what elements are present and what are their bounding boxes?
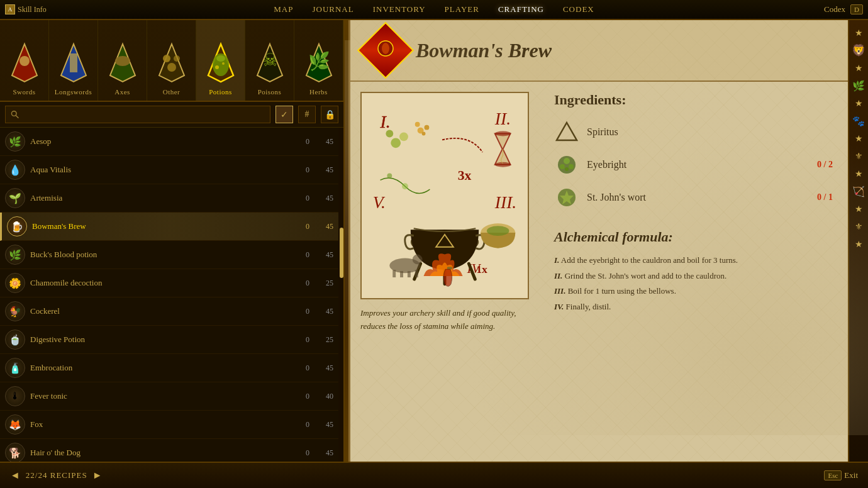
longswords-icon	[53, 38, 94, 88]
formula-step-3: III. Boil for 1 turn using the bellows.	[554, 284, 833, 299]
bowmansbrew-icon: 🍺	[7, 216, 27, 236]
tab-axes[interactable]: Axes	[98, 20, 147, 101]
digestive-icon: 🍵	[5, 330, 25, 350]
edge-icon-2: 🌿	[851, 78, 866, 93]
tab-other[interactable]: Other	[147, 20, 196, 101]
svg-point-59	[560, 164, 565, 169]
recipe-row-aesop[interactable]: 🌿 Aesop 0 45	[0, 128, 338, 156]
recipe-row-chamomile[interactable]: 🌼 Chamomile decoction 0 25	[0, 269, 338, 297]
next-arrow[interactable]: ►	[92, 470, 103, 481]
tab-poisons[interactable]: ☠ Poisons	[245, 20, 294, 101]
recipe-row-cockerel[interactable]: 🐓 Cockerel 0 45	[0, 297, 338, 326]
cockerel-icon: 🐓	[5, 301, 25, 321]
recipe-row-bucksblood[interactable]: 🌿 Buck's Blood potion 0 45	[0, 241, 338, 269]
illustration-panel: I. II. V. III. IV. 3x 1x	[350, 82, 539, 462]
svg-point-22	[382, 43, 389, 54]
filter-check-btn[interactable]: ✓	[275, 106, 293, 123]
step1-text: Add the eyebright to the cauldron and bo…	[561, 255, 738, 265]
svg-rect-49	[392, 270, 396, 277]
recipes-count-label: 22/24 RECIPES	[26, 470, 87, 480]
recipe-title: Bowman's Brew	[416, 39, 552, 62]
stjohnswort-name: St. John's wort	[587, 192, 810, 203]
nav-player[interactable]: PLAYER	[445, 4, 479, 14]
recipe-row-hairdog[interactable]: 🐕 Hair o' the Dog 0 45	[0, 439, 338, 462]
svg-point-44	[495, 162, 511, 167]
formula-section: Alchemical formula: I. Add the eyebright…	[554, 229, 833, 315]
recipe-row-artemisia[interactable]: 🌱 Artemisia 0 45	[0, 184, 338, 213]
filter-row: ✓ # 🔒	[0, 102, 343, 128]
svg-point-12	[216, 55, 225, 62]
edge-star-4: ★	[851, 131, 866, 146]
stjohnswort-icon	[554, 185, 579, 210]
nav-journal[interactable]: JOURNAL	[312, 4, 353, 14]
recipe-row-digestive[interactable]: 🍵 Digestive Potion 0 25	[0, 326, 338, 354]
svg-point-55	[402, 183, 408, 189]
step4-text: Finally, distil.	[566, 302, 611, 311]
swords-label: Swords	[13, 88, 35, 96]
ingredient-stjohnswort: St. John's wort 0 / 1	[554, 181, 833, 214]
formula-title: Alchemical formula:	[554, 229, 833, 245]
step2-num: II.	[554, 271, 562, 280]
svg-point-8	[174, 55, 180, 62]
svg-line-20	[16, 115, 18, 118]
search-input[interactable]	[21, 110, 265, 119]
prev-arrow[interactable]: ◄	[10, 470, 21, 481]
svg-point-5	[115, 56, 130, 66]
recipe-row-embrocation[interactable]: 🧴 Embrocation 0 45	[0, 354, 338, 382]
recipe-row-bowmansbrew[interactable]: 🍺 Bowman's Brew 0 45	[0, 213, 338, 241]
poisons-label: Poisons	[258, 88, 282, 96]
skill-info-label: Skill Info	[18, 5, 47, 14]
formula-step-1: I. Add the eyebright to the cauldron and…	[554, 253, 833, 269]
esc-key-badge: Esc	[824, 470, 842, 480]
search-box	[5, 106, 270, 123]
filter-lock-btn[interactable]: 🔒	[321, 106, 338, 123]
eyebright-icon	[554, 152, 579, 177]
right-edge-panel: ★ 🦁 ★ 🌿 ★ 🐾 ★ ⚜ ★ 🏹 ★ ⚜ ★	[848, 20, 868, 462]
detail-header: Bowman's Brew	[350, 20, 848, 82]
tab-potions[interactable]: Potions	[196, 20, 245, 101]
exit-button[interactable]: Esc Exit	[824, 470, 858, 480]
svg-text:I.: I.	[380, 112, 391, 131]
artemisia-icon: 🌱	[5, 188, 25, 208]
svg-rect-53	[447, 267, 452, 269]
digestive-name: Digestive Potion	[30, 335, 292, 345]
fox-icon: 🦊	[5, 414, 25, 435]
nav-codex[interactable]: CODEX	[563, 4, 594, 14]
nav-inventory[interactable]: INVENTORY	[373, 4, 426, 14]
filter-hash-btn[interactable]: #	[298, 106, 316, 123]
recipe-row-fox[interactable]: 🦊 Fox 0 45	[0, 411, 338, 439]
nav-map[interactable]: MAP	[274, 4, 293, 14]
main-content: Swords Longswords Axes	[0, 20, 868, 462]
tab-swords[interactable]: Swords	[0, 20, 49, 101]
bucksblood-name: Buck's Blood potion	[30, 250, 292, 260]
codex-right-panel: Codex D	[824, 4, 868, 14]
recipe-list: 🌿 Aesop 0 45 💧 Aqua Vitalis 0 45 🌱 Artem…	[0, 128, 338, 462]
svg-point-41	[415, 122, 420, 127]
recipe-row-fevertonic[interactable]: 🌡 Fever tonic 0 40	[0, 382, 338, 411]
nav-crafting[interactable]: CRAFTING	[498, 4, 544, 14]
tab-longswords[interactable]: Longswords	[49, 20, 98, 101]
edge-star-1: ★	[851, 25, 866, 40]
potions-label: Potions	[209, 88, 232, 96]
svg-point-54	[387, 174, 392, 179]
fevertonic-name: Fever tonic	[30, 391, 292, 401]
category-tabs-panel: Swords Longswords Axes	[0, 20, 345, 462]
edge-star-2: ★	[851, 60, 866, 75]
chamomile-icon: 🌼	[5, 273, 25, 293]
aesop-icon: 🌿	[5, 131, 25, 152]
recipe-row-aquavitalis[interactable]: 💧 Aqua Vitalis 0 45	[0, 156, 338, 184]
svg-rect-52	[415, 270, 418, 277]
svg-point-9	[167, 63, 176, 72]
chamomile-name: Chamomile decoction	[30, 278, 292, 288]
svg-point-46	[487, 226, 509, 236]
svg-text:1x: 1x	[476, 263, 487, 275]
formula-step-2: II. Grind the St. John's wort and add to…	[554, 269, 833, 284]
svg-point-60	[569, 164, 574, 169]
recipe-description: Improves your archery skill and if good …	[360, 307, 529, 333]
svg-text:II.: II.	[494, 109, 511, 128]
recipe-detail-panel: Bowman's Brew I. II. V. III.	[348, 20, 848, 462]
step3-num: III.	[554, 286, 565, 296]
tab-herbs[interactable]: 🌿 Herbs	[294, 20, 343, 101]
longswords-label: Longswords	[55, 88, 92, 96]
list-scrollbar[interactable]	[338, 128, 343, 462]
